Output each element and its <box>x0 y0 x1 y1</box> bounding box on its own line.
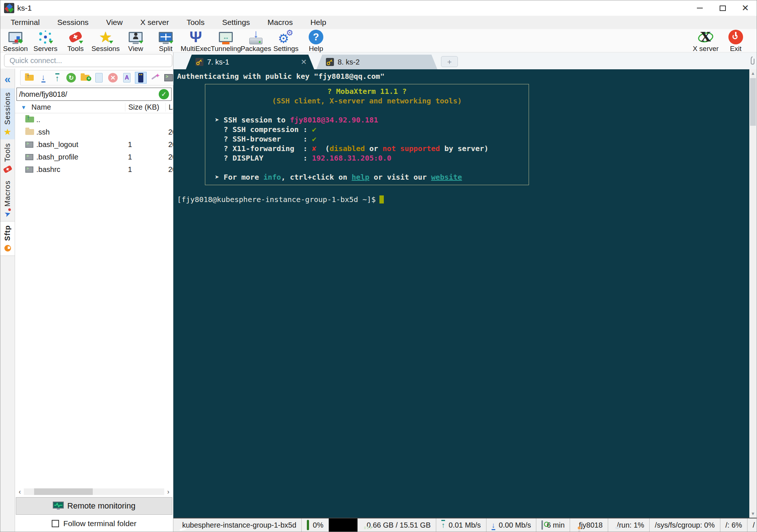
file-date: 20 <box>165 165 173 174</box>
download-icon[interactable]: ↓ <box>37 72 49 84</box>
toolbar-button-sessions[interactable]: ★Sessions <box>91 29 121 53</box>
terminal-tab-8-ks-2[interactable]: 8. ks-2 <box>316 55 437 69</box>
toolbar-button-servers[interactable]: Servers <box>30 29 60 53</box>
status-segment-6: 6 min <box>536 518 570 532</box>
toolbar-label: View <box>128 45 143 53</box>
status-segment-5: ↓0.00 Mb/s <box>486 518 537 532</box>
scroll-right-icon[interactable]: › <box>164 488 172 496</box>
toolbar-button-session[interactable]: Session <box>0 29 30 53</box>
toolbar-label: MultiExec <box>181 45 211 53</box>
file-row--bash-profile[interactable]: .bash_profile120 <box>15 151 173 163</box>
sidebar-label: Tools <box>3 143 12 162</box>
menu-item-help[interactable]: Help <box>302 18 335 27</box>
menu-item-terminal[interactable]: Terminal <box>2 18 48 27</box>
menu-item-view[interactable]: View <box>98 18 132 27</box>
toolbar-button-tunneling[interactable]: ↔Tunneling <box>211 29 241 53</box>
paperclip-icon[interactable] <box>750 56 756 66</box>
sftp-path-field[interactable]: /home/fjy8018/ ✓ <box>16 88 172 101</box>
terminal-tab-7-ks-1[interactable]: 7. ks-1✕ <box>186 55 314 69</box>
toolbar-button-packages[interactable]: ↓Packages <box>241 29 271 53</box>
status-segment-7: fjy8018 <box>570 518 608 532</box>
menu-item-x-server[interactable]: X server <box>132 18 178 27</box>
close-icon: ✕ <box>742 3 749 13</box>
terminal-line: ? SSH compression : ✔ <box>205 125 529 134</box>
follow-terminal-folder[interactable]: Follow terminal folder <box>15 516 173 532</box>
uptime-icon <box>541 521 543 529</box>
toolbar-button-settings[interactable]: ⚙⚙Settings <box>271 29 301 53</box>
sidebar-item-macros[interactable]: Macros➤ <box>0 177 15 221</box>
new-file-icon[interactable] <box>93 72 105 84</box>
quick-connect-input[interactable]: Quick connect... <box>4 54 172 67</box>
terminal-scrollbar[interactable]: ▲ ▼ <box>749 69 757 518</box>
remote-monitoring-button[interactable]: Remote monitoring <box>16 497 172 515</box>
status-text: 0.00 Mb/s <box>499 521 531 529</box>
file-name: .bash_logout <box>36 140 125 149</box>
toolbar-button-help[interactable]: ?Help <box>301 29 331 53</box>
maximize-button[interactable] <box>711 0 734 16</box>
status-segment-4: ↑0.01 Mb/s <box>436 518 486 532</box>
scroll-down-icon[interactable]: ▼ <box>749 511 757 516</box>
collapse-sidebar-button[interactable]: « <box>4 74 11 85</box>
terminal-icon[interactable] <box>163 72 174 84</box>
toolbar-button-view[interactable]: View <box>121 29 151 53</box>
refresh-icon[interactable]: ↻ <box>65 72 77 84</box>
toolbar-button-multiexec[interactable]: ΨMultiExec <box>181 29 211 53</box>
terminal-link[interactable]: help <box>352 173 369 181</box>
toolbar-button-split[interactable]: Split <box>151 29 181 53</box>
sftp-horizontal-scrollbar[interactable]: ‹ › <box>16 487 172 496</box>
parent-directory-icon[interactable]: ↑ <box>23 72 35 84</box>
mobaxterm-window: ks-1 ✕ TerminalSessionsViewX serverTools… <box>0 0 757 532</box>
file-row--[interactable]: ↑.. <box>15 113 173 126</box>
terminal-link[interactable]: website <box>431 173 462 181</box>
sidebar-tabs: « Sessions★Tools✚Macros➤Sftp <box>0 69 15 532</box>
file-row--bashrc[interactable]: .bashrc120 <box>15 163 173 176</box>
toolbar-label: Help <box>309 45 323 53</box>
cpu-icon <box>307 521 309 529</box>
file-row--bash-logout[interactable]: .bash_logout120 <box>15 138 173 151</box>
terminal-text: ? SSH compression : <box>215 125 312 134</box>
toolbar-button-exit[interactable]: Exit <box>721 29 751 53</box>
close-button[interactable]: ✕ <box>734 0 757 16</box>
status-segment-11: / <box>747 518 757 532</box>
column-size[interactable]: Size (KB) <box>125 103 165 111</box>
wand-icon[interactable]: ✦ <box>149 72 161 84</box>
hscroll-thumb[interactable] <box>34 488 93 495</box>
sidebar-item-sftp[interactable]: Sftp <box>0 221 15 256</box>
minimize-button[interactable] <box>688 0 711 16</box>
toolbar-button-tools[interactable]: ✚Tools <box>60 29 91 53</box>
scroll-up-icon[interactable]: ▲ <box>749 71 757 76</box>
sidebar-item-sessions[interactable]: Sessions★ <box>0 88 15 139</box>
new-tab-button[interactable]: ＋ <box>441 56 458 67</box>
file-name: .bash_profile <box>36 153 125 161</box>
upload-icon[interactable]: ↑ <box>51 72 63 84</box>
title-bar: ks-1 ✕ <box>0 0 757 16</box>
delete-icon[interactable]: ✕ <box>107 72 119 84</box>
status-segment-10: /: 6% <box>720 518 748 532</box>
follow-checkbox[interactable] <box>52 520 59 527</box>
toolbar-label: Exit <box>730 45 742 53</box>
rename-icon[interactable]: A <box>121 72 133 84</box>
menu-item-settings[interactable]: Settings <box>213 18 259 27</box>
tab-close-icon[interactable]: ✕ <box>301 58 307 66</box>
toolbar-label: Servers <box>33 45 57 53</box>
column-name[interactable]: ▼ Name <box>15 103 125 111</box>
terminal-text: disabled <box>330 144 365 153</box>
status-segment-0: kubesphere-instance-group-1-bx5d <box>173 518 302 532</box>
menu-item-sessions[interactable]: Sessions <box>48 18 97 27</box>
column-date[interactable]: La <box>165 103 173 111</box>
vscroll-thumb[interactable] <box>750 78 756 126</box>
path-ok-icon: ✓ <box>159 89 169 99</box>
file-list-header: ▼ Name Size (KB) La <box>15 102 173 113</box>
scroll-left-icon[interactable]: ‹ <box>16 488 24 496</box>
new-folder-icon[interactable]: + <box>79 72 91 84</box>
terminal-text: (SSH client, X-server and networking too… <box>272 96 462 105</box>
toolbar-button-x-server[interactable]: XX server <box>691 29 721 53</box>
file-row--ssh[interactable]: .ssh20 <box>15 126 173 138</box>
sidebar-item-tools[interactable]: Tools✚ <box>0 139 15 177</box>
terminal-line: (SSH client, X-server and networking too… <box>205 96 529 106</box>
menu-item-macros[interactable]: Macros <box>259 18 302 27</box>
sync-browser-icon[interactable] <box>135 72 147 84</box>
terminal-screen[interactable]: Authenticating with public key "fjy8018@… <box>173 69 749 518</box>
menu-item-tools[interactable]: Tools <box>178 18 213 27</box>
status-text: /sys/fs/cgroup: 0% <box>655 521 714 529</box>
